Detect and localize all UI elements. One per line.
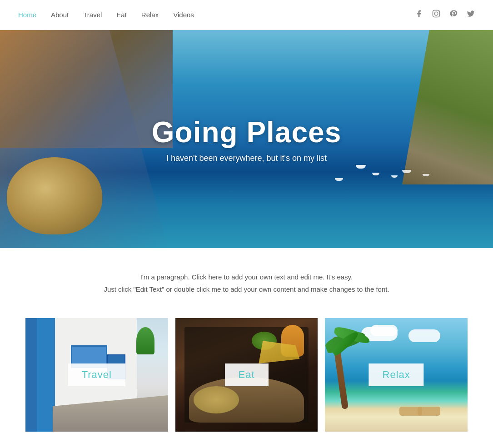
nav-links: Home About Travel Eat Relax Videos <box>18 11 194 19</box>
card-eat[interactable]: Eat <box>175 318 318 432</box>
nav-item-relax[interactable]: Relax <box>141 11 159 19</box>
nav-item-about[interactable]: About <box>51 11 69 19</box>
navbar: Home About Travel Eat Relax Videos <box>0 0 493 30</box>
hero-text-container: Going Places I haven't been everywhere, … <box>152 115 341 163</box>
twitter-icon[interactable] <box>467 10 475 20</box>
hero-section: Going Places I haven't been everywhere, … <box>0 30 493 248</box>
instagram-icon[interactable] <box>432 10 440 20</box>
card-eat-text: Eat <box>238 369 254 380</box>
nav-item-eat[interactable]: Eat <box>116 11 127 19</box>
card-relax-label: Relax <box>369 363 424 386</box>
nav-item-home[interactable]: Home <box>18 11 36 19</box>
card-travel-label: Travel <box>68 363 125 386</box>
nav-item-travel[interactable]: Travel <box>83 11 102 19</box>
card-eat-label: Eat <box>224 363 268 386</box>
nav-link-eat[interactable]: Eat <box>116 11 127 19</box>
intro-line2[interactable]: Just click "Edit Text" or double click m… <box>9 283 484 295</box>
card-relax-text: Relax <box>383 369 410 380</box>
svg-point-1 <box>434 12 438 15</box>
card-relax[interactable]: Relax <box>325 318 468 432</box>
hero-title: Going Places <box>152 115 341 149</box>
nav-link-videos[interactable]: Videos <box>173 11 194 19</box>
hero-hat <box>7 157 102 234</box>
social-icons <box>415 10 475 20</box>
nav-link-travel[interactable]: Travel <box>83 11 102 19</box>
card-travel-text: Travel <box>82 369 112 380</box>
nav-link-home[interactable]: Home <box>18 11 36 19</box>
hero-subtitle: I haven't been everywhere, but it's on m… <box>152 154 341 163</box>
intro-section: I'm a paragraph. Click here to add your … <box>0 248 493 314</box>
nav-item-videos[interactable]: Videos <box>173 11 194 19</box>
svg-rect-0 <box>433 10 440 17</box>
nav-link-relax[interactable]: Relax <box>141 11 159 19</box>
card-travel[interactable]: Travel <box>25 318 168 432</box>
nav-link-about[interactable]: About <box>51 11 69 19</box>
svg-point-2 <box>438 11 438 12</box>
cards-section: Travel Eat <box>0 314 493 448</box>
pinterest-icon[interactable] <box>449 10 458 20</box>
intro-line1[interactable]: I'm a paragraph. Click here to add your … <box>9 271 484 283</box>
facebook-icon[interactable] <box>415 10 423 20</box>
